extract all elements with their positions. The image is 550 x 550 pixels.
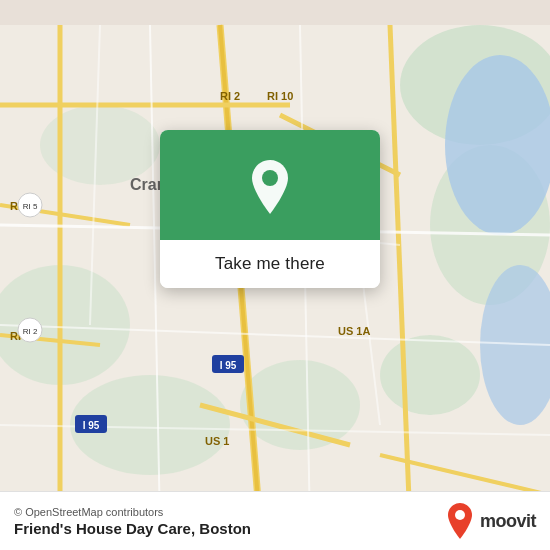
svg-text:RI 2: RI 2 [23, 327, 38, 336]
svg-text:US 1: US 1 [205, 435, 229, 447]
svg-text:RI 10: RI 10 [267, 90, 293, 102]
moovit-text: moovit [480, 511, 536, 532]
popup-green-area [160, 130, 380, 240]
svg-text:RI 5: RI 5 [23, 202, 38, 211]
moovit-logo-icon [444, 502, 476, 540]
map-container: RI 2 RI 10 US 1A US 1A US 1 RI 5 RI 2 I … [0, 0, 550, 550]
svg-text:US 1A: US 1A [338, 325, 370, 337]
svg-text:I 95: I 95 [83, 420, 100, 431]
bottom-left-info: © OpenStreetMap contributors Friend's Ho… [14, 506, 251, 537]
svg-text:RI 2: RI 2 [220, 90, 240, 102]
place-name: Friend's House Day Care, Boston [14, 520, 251, 537]
location-pin-icon [244, 158, 296, 216]
osm-credit: © OpenStreetMap contributors [14, 506, 251, 518]
take-me-there-button[interactable]: Take me there [160, 240, 380, 288]
svg-point-3 [380, 335, 480, 415]
svg-point-8 [445, 55, 550, 235]
bottom-bar: © OpenStreetMap contributors Friend's Ho… [0, 491, 550, 550]
svg-point-6 [240, 360, 360, 450]
moovit-logo: moovit [444, 502, 536, 540]
svg-point-45 [455, 510, 465, 520]
svg-point-44 [262, 170, 278, 186]
svg-text:I 95: I 95 [220, 360, 237, 371]
popup-card: Take me there [160, 130, 380, 288]
